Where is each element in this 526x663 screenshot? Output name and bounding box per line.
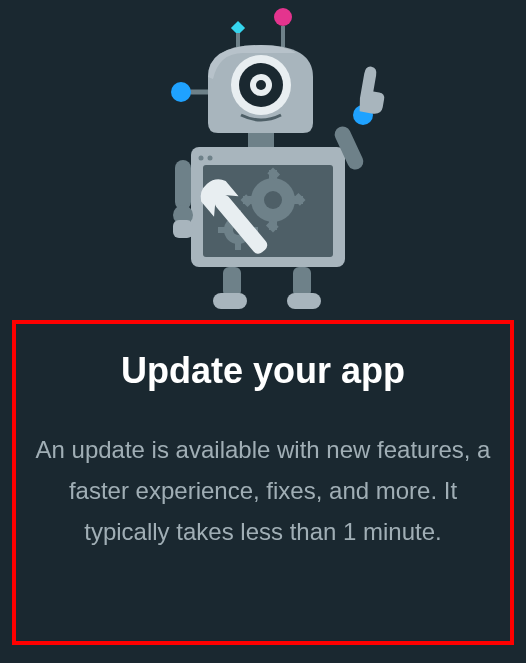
svg-rect-40 [287,293,321,309]
svg-rect-0 [231,21,245,35]
update-prompt-content: Update your app An update is available w… [0,320,526,552]
maintenance-robot-icon [113,5,413,315]
svg-rect-38 [213,293,247,309]
svg-rect-10 [248,133,274,147]
update-description: An update is available with new features… [28,430,498,552]
svg-rect-39 [293,267,311,297]
svg-rect-34 [173,220,193,238]
svg-rect-32 [175,160,191,210]
svg-rect-37 [223,267,241,297]
svg-point-24 [264,191,282,209]
svg-point-2 [274,8,292,26]
svg-rect-27 [235,242,241,250]
svg-rect-28 [218,227,226,233]
svg-point-14 [208,156,213,161]
svg-point-9 [171,82,191,102]
svg-point-13 [199,156,204,161]
update-title: Update your app [121,350,405,392]
robot-illustration [0,0,526,320]
svg-point-7 [256,80,266,90]
